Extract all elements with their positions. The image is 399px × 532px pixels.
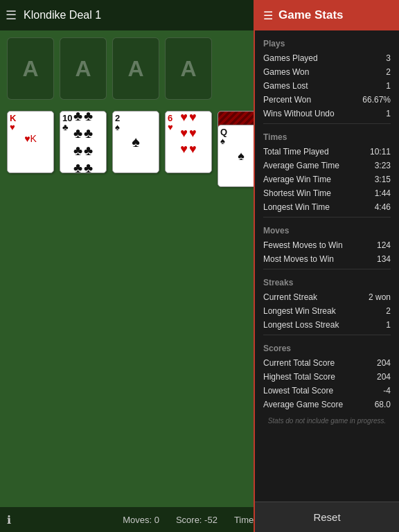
section-scores: Scores: [263, 344, 391, 353]
label-current-score: Current Total Score: [263, 358, 335, 368]
divider-2: [263, 217, 391, 218]
info-icon[interactable]: ℹ: [7, 513, 11, 526]
stats-menu-icon[interactable]: ☰: [263, 9, 273, 22]
foundation-4-label: A: [180, 56, 196, 82]
stats-note: Stats do not include game in progress.: [263, 411, 391, 430]
row-shortest-win-time: Shortest Win Time 1:44: [263, 186, 391, 200]
reset-button[interactable]: Reset: [255, 502, 399, 532]
tableau-col-2: 10♣ ♣♣ ♣♣ ♣♣ ♣♣ ♣♣: [60, 111, 107, 187]
row-percent-won: Percent Won 66.67%: [263, 93, 391, 107]
section-plays: Plays: [263, 39, 391, 48]
foundation-2-label: A: [75, 56, 91, 82]
value-games-played: 3: [386, 53, 391, 63]
row-longest-win-time: Longest Win Time 4:46: [263, 200, 391, 214]
row-most-moves: Most Moves to Win 134: [263, 252, 391, 266]
label-lowest-score: Lowest Total Score: [263, 386, 333, 396]
row-longest-loss-streak: Longest Loss Streak 1: [263, 318, 391, 332]
label-games-lost: Games Lost: [263, 81, 308, 91]
score-stat: Score: -52: [176, 515, 218, 525]
row-avg-game-time: Average Game Time 3:23: [263, 159, 391, 172]
value-percent-won: 66.67%: [362, 95, 391, 105]
label-total-time: Total Time Played: [263, 147, 329, 157]
foundation-2[interactable]: A: [60, 37, 107, 100]
label-current-streak: Current Streak: [263, 292, 317, 302]
row-games-lost: Games Lost 1: [263, 79, 391, 93]
value-highest-score: 204: [377, 372, 391, 382]
foundation-1[interactable]: A: [7, 37, 54, 100]
section-streaks: Streaks: [263, 278, 391, 287]
row-longest-win-streak: Longest Win Streak 2: [263, 304, 391, 318]
divider-3: [263, 269, 391, 269]
tableau-col-3: 2♠ ♠: [112, 111, 159, 187]
tableau: K♥ ♥K 10♣ ♣♣ ♣♣ ♣♣ ♣♣ ♣♣ 2♠ ♠ 6♥: [7, 111, 265, 187]
label-fewest-moves: Fewest Moves to Win: [263, 240, 343, 250]
value-avg-game-time: 3:23: [375, 161, 391, 170]
label-wins-without-undo: Wins Without Undo: [263, 109, 335, 118]
row-highest-score: Highest Total Score 204: [263, 370, 391, 384]
moves-stat: Moves: 0: [123, 515, 159, 525]
label-most-moves: Most Moves to Win: [263, 254, 334, 264]
stats-header: ☰ Game Stats: [255, 0, 399, 30]
menu-icon[interactable]: ☰: [6, 8, 17, 23]
value-fewest-moves: 124: [377, 240, 391, 250]
section-moves: Moves: [263, 226, 391, 236]
row-current-score: Current Total Score 204: [263, 356, 391, 370]
value-wins-without-undo: 1: [386, 109, 391, 118]
card-10-clubs[interactable]: 10♣ ♣♣ ♣♣ ♣♣ ♣♣ ♣♣: [60, 111, 107, 173]
row-games-played: Games Played 3: [263, 51, 391, 65]
stats-content: Plays Games Played 3 Games Won 2 Games L…: [255, 30, 399, 502]
row-lowest-score: Lowest Total Score -4: [263, 384, 391, 398]
row-avg-win-time: Average Win Time 3:15: [263, 172, 391, 186]
foundations: A A A A: [7, 37, 212, 100]
value-longest-loss-streak: 1: [386, 320, 391, 330]
row-avg-score: Average Game Score 68.0: [263, 398, 391, 411]
foundation-3[interactable]: A: [112, 37, 159, 100]
row-total-time: Total Time Played 10:11: [263, 145, 391, 159]
value-avg-win-time: 3:15: [375, 175, 391, 184]
section-times: Times: [263, 132, 391, 142]
value-longest-win-streak: 2: [386, 306, 391, 316]
value-games-lost: 1: [386, 81, 391, 91]
row-games-won: Games Won 2: [263, 65, 391, 79]
divider-1: [263, 123, 391, 124]
stats-panel: ☰ Game Stats Plays Games Played 3 Games …: [254, 0, 399, 532]
label-avg-game-time: Average Game Time: [263, 161, 339, 170]
row-fewest-moves: Fewest Moves to Win 124: [263, 238, 391, 252]
foundation-3-label: A: [127, 56, 143, 82]
value-games-won: 2: [386, 67, 391, 77]
foundation-4[interactable]: A: [165, 37, 212, 100]
tableau-col-4: 6♥ ♥♥ ♥♥ ♥♥: [165, 111, 212, 187]
divider-4: [263, 335, 391, 335]
label-longest-win-streak: Longest Win Streak: [263, 306, 336, 316]
value-most-moves: 134: [377, 254, 391, 264]
label-games-won: Games Won: [263, 67, 309, 77]
value-shortest-win-time: 1:44: [375, 188, 391, 198]
card-2-spades[interactable]: 2♠ ♠: [112, 111, 159, 173]
stats-title: Game Stats: [278, 8, 344, 22]
label-shortest-win-time: Shortest Win Time: [263, 188, 331, 198]
label-longest-loss-streak: Longest Loss Streak: [263, 320, 339, 330]
value-current-streak: 2 won: [369, 292, 391, 302]
card-king-hearts[interactable]: K♥ ♥K: [7, 111, 54, 173]
label-longest-win-time: Longest Win Time: [263, 202, 330, 212]
value-longest-win-time: 4:46: [375, 202, 391, 212]
tableau-col-1: K♥ ♥K: [7, 111, 54, 187]
value-avg-score: 68.0: [375, 400, 391, 409]
label-percent-won: Percent Won: [263, 95, 311, 105]
label-highest-score: Highest Total Score: [263, 372, 335, 382]
value-total-time: 10:11: [370, 147, 391, 157]
value-current-score: 204: [377, 358, 391, 368]
row-current-streak: Current Streak 2 won: [263, 290, 391, 304]
value-lowest-score: -4: [383, 386, 391, 396]
label-avg-score: Average Game Score: [263, 400, 343, 409]
label-games-played: Games Played: [263, 53, 318, 63]
card-6-hearts[interactable]: 6♥ ♥♥ ♥♥ ♥♥: [165, 111, 212, 173]
foundation-1-label: A: [22, 56, 38, 82]
row-wins-without-undo: Wins Without Undo 1: [263, 107, 391, 121]
label-avg-win-time: Average Win Time: [263, 175, 331, 184]
